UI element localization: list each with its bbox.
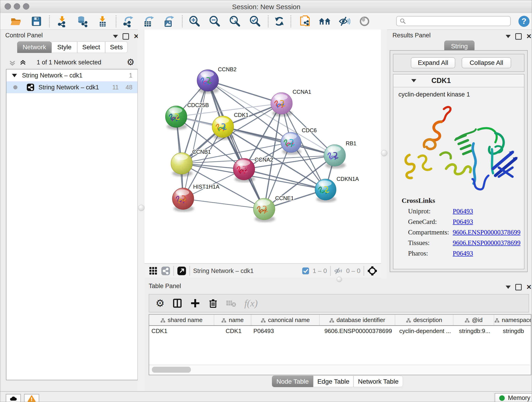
network-node-HIST1H1A[interactable]: HIST1H1A <box>172 184 220 212</box>
zoom-in-icon[interactable] <box>188 14 201 28</box>
import-table-icon[interactable] <box>95 14 109 28</box>
cell-description[interactable]: cyclin-dependent ... <box>395 326 453 336</box>
results-panel-menu-icon[interactable] <box>506 35 511 38</box>
table-panel-close-icon[interactable]: ✕ <box>526 285 532 290</box>
show-columns-icon[interactable] <box>172 298 182 308</box>
export-image-icon[interactable] <box>162 14 175 28</box>
tab-select[interactable]: Select <box>77 41 105 53</box>
horizontal-splitter-handle[interactable] <box>336 277 342 282</box>
birdseye-view-icon[interactable] <box>177 266 186 275</box>
network-node-CCNB1[interactable]: CCNB1 <box>171 149 211 177</box>
save-session-icon[interactable] <box>30 14 43 28</box>
string-import-icon[interactable] <box>298 14 312 28</box>
col-name[interactable]: name <box>214 315 251 326</box>
crosslink-uniprot-link[interactable]: P06493 <box>453 207 473 215</box>
control-panel-menu-icon[interactable] <box>113 35 118 38</box>
network-canvas[interactable]: CCNB2CCNA1CDC25BCDK1CDC6RB1CCNB1CCNA2CDK… <box>145 30 381 263</box>
tab-edge-table[interactable]: Edge Table <box>313 376 354 387</box>
string-home-icon[interactable] <box>318 14 331 28</box>
open-session-icon[interactable] <box>9 14 23 28</box>
network-node-RB1[interactable]: RB1 <box>324 140 356 168</box>
crosslink-genecard-link[interactable]: P06493 <box>453 218 473 225</box>
current-network-name: String Network – cdk1 <box>193 268 254 274</box>
node-label-HIST1H1A: HIST1H1A <box>193 184 220 190</box>
table-header-row[interactable]: shared name name canonical name database… <box>149 315 531 326</box>
control-panel-float-icon[interactable] <box>123 33 129 40</box>
cell-name[interactable]: CDK1 <box>214 326 251 336</box>
left-splitter[interactable] <box>138 30 145 392</box>
crosslink-pharos-link[interactable]: P06493 <box>453 249 473 257</box>
col-database-identifier[interactable]: database identifier <box>319 315 395 326</box>
network-view[interactable]: CCNB2CCNA1CDC25BCDK1CDC6RB1CCNB1CCNA2CDK… <box>145 30 381 263</box>
network-node-CDC6[interactable]: CDC6 <box>281 127 317 155</box>
grid-mode-icon[interactable] <box>149 266 158 275</box>
table-settings-gear-icon[interactable]: ⚙ <box>156 299 165 308</box>
col-canonical-name[interactable]: canonical name <box>251 315 319 326</box>
apply-layout-icon[interactable] <box>272 14 286 28</box>
col-description[interactable]: description <box>395 315 453 326</box>
left-splitter-collapse-button[interactable] <box>138 205 145 211</box>
network-node-CDK1[interactable]: CDK1 <box>212 112 249 140</box>
col-shared-name[interactable]: shared name <box>149 315 214 326</box>
tab-node-table[interactable]: Node Table <box>272 376 313 387</box>
col-id[interactable]: @id <box>453 315 494 326</box>
expand-all-button[interactable]: Expand All <box>411 57 455 68</box>
import-network-icon[interactable] <box>55 14 69 28</box>
cell-canonical-name[interactable]: P06493 <box>251 326 319 336</box>
network-collection-row[interactable]: String Network – cdk1 1 <box>6 70 138 81</box>
zoom-fit-icon[interactable] <box>228 14 242 28</box>
tab-sets[interactable]: Sets <box>105 41 128 53</box>
cloud-status-button[interactable] <box>6 394 21 402</box>
collapse-all-icon[interactable] <box>8 59 16 68</box>
export-table-icon[interactable] <box>141 14 155 28</box>
right-splitter-collapse-button[interactable] <box>381 150 387 156</box>
zoom-selected-icon[interactable] <box>248 14 262 28</box>
horizontal-splitter[interactable] <box>145 278 532 282</box>
string-view-icon[interactable] <box>161 266 170 275</box>
string-settings-orb-icon[interactable] <box>358 14 371 28</box>
help-icon[interactable]: ? <box>517 14 531 28</box>
col-namespace[interactable]: namespace <box>494 315 531 326</box>
cell-database-identifier[interactable]: 9606.ENSP00000378699 <box>319 326 395 336</box>
network-node-CCNA1[interactable]: CCNA1 <box>271 89 311 116</box>
results-panel-float-icon[interactable] <box>515 33 522 40</box>
table-horizontal-scrollbar[interactable] <box>149 365 530 374</box>
memory-button[interactable]: Memory <box>495 393 532 402</box>
right-splitter[interactable] <box>381 30 387 278</box>
network-row-selected[interactable]: String Network – cdk1 11 48 <box>6 81 138 93</box>
table-panel-float-icon[interactable] <box>515 284 522 290</box>
export-network-icon[interactable] <box>121 14 135 28</box>
network-node-CCNA2[interactable]: CCNA2 <box>233 157 273 182</box>
selected-checkbox-icon[interactable] <box>302 267 309 274</box>
cell-shared-name[interactable]: CDK1 <box>149 326 214 336</box>
collection-expand-icon[interactable] <box>12 74 17 77</box>
zoom-out-icon[interactable] <box>208 14 222 28</box>
network-options-gear-icon[interactable]: ⚙ <box>127 57 134 67</box>
crosslink-compartments-link[interactable]: 9606.ENSP00000378699 <box>453 229 520 236</box>
create-column-icon[interactable] <box>190 298 200 308</box>
tab-network[interactable]: Network <box>17 41 51 53</box>
warning-status-button[interactable] <box>24 394 39 402</box>
cell-id[interactable]: stringdb:9... <box>453 326 494 336</box>
import-network-from-database-icon[interactable] <box>75 14 89 28</box>
fit-selected-crosshair-icon[interactable] <box>367 266 377 276</box>
expand-all-icon[interactable] <box>19 59 27 68</box>
table-row[interactable]: CDK1 CDK1 P06493 9606.ENSP00000378699 cy… <box>149 326 531 336</box>
string-hide-highlight-icon[interactable] <box>337 14 351 28</box>
cell-namespace[interactable]: stringdb <box>494 326 531 336</box>
toolbar-separator <box>291 15 291 27</box>
node-result-header[interactable]: CDK1 <box>393 75 524 87</box>
crosslink-tissues-link[interactable]: 9606.ENSP00000378699 <box>453 239 520 247</box>
network-node-CCNB2[interactable]: CCNB2 <box>197 66 236 94</box>
delete-column-icon[interactable] <box>208 298 218 308</box>
tab-style[interactable]: Style <box>51 41 77 53</box>
search-input[interactable] <box>396 16 511 26</box>
node-result-collapse-icon[interactable] <box>411 79 416 82</box>
node-table[interactable]: shared name name canonical name database… <box>149 315 531 336</box>
tab-network-table[interactable]: Network Table <box>354 376 403 387</box>
table-panel-menu-icon[interactable] <box>506 286 511 289</box>
results-panel-close-icon[interactable]: ✕ <box>526 34 532 39</box>
network-node-CDKN1A[interactable]: CDKN1A <box>315 176 359 202</box>
collapse-all-button[interactable]: Collapse All <box>462 57 511 68</box>
table-scrollbar-thumb[interactable] <box>152 367 191 373</box>
